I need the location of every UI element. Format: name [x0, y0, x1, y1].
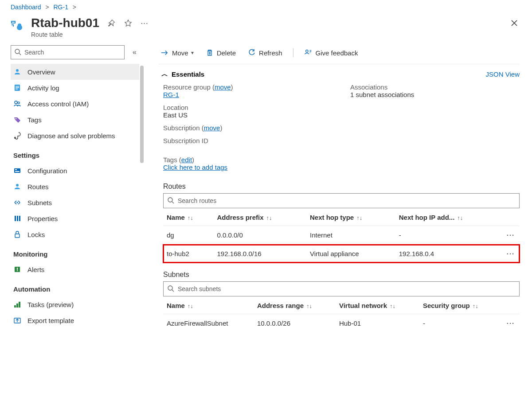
more-button[interactable]: ···: [140, 19, 149, 27]
favorite-button[interactable]: [123, 18, 133, 28]
refresh-icon: [248, 49, 255, 56]
sidebar-item-subnets[interactable]: Subnets: [11, 195, 139, 210]
sort-icon: ↑↓: [473, 303, 478, 309]
move-button[interactable]: Move ▾: [159, 48, 196, 58]
close-icon: [511, 19, 518, 27]
chevron-double-left-icon: «: [133, 48, 137, 56]
sidebar-item-label: Export template: [27, 317, 74, 324]
sidebar-item-label: Tasks (preview): [27, 301, 74, 308]
routes-col-header[interactable]: Next hop type↑↓: [306, 208, 395, 226]
sort-icon: ↑↓: [188, 214, 193, 221]
star-icon: [124, 19, 132, 27]
cell-range: 10.0.0.0/26: [254, 314, 336, 333]
subnets-col-header[interactable]: Address range↑↓: [254, 296, 336, 314]
svg-rect-23: [17, 268, 18, 270]
sidebar-item-overview[interactable]: Overview: [11, 64, 139, 80]
sidebar-item-access-control-iam-[interactable]: Access control (IAM): [11, 96, 139, 112]
sidebar-item-alerts[interactable]: Alerts: [11, 261, 139, 277]
alerts-icon: [13, 265, 21, 273]
search-icon: [167, 197, 174, 205]
subnets-col-header[interactable]: Name↑↓: [163, 296, 254, 314]
sidebar-item-locks[interactable]: Locks: [11, 226, 139, 242]
page-subtitle: Route table: [31, 31, 149, 38]
delete-button[interactable]: Delete: [204, 48, 238, 58]
sidebar-item-label: Tags: [27, 116, 42, 124]
page-header: Rtab-hub01 ··· Route table: [0, 12, 532, 43]
svg-rect-7: [16, 87, 19, 88]
sub-move-link[interactable]: move: [204, 124, 220, 132]
row-actions-button[interactable]: ···: [502, 245, 520, 263]
svg-rect-13: [14, 168, 20, 173]
sidebar-item-label: Diagnose and solve problems: [27, 132, 115, 140]
essentials-toggle[interactable]: ︿ Essentials: [159, 70, 207, 79]
routes-col-header[interactable]: Next hop IP add...↑↓: [395, 208, 502, 226]
svg-point-1: [18, 23, 21, 27]
routes-col-header[interactable]: Name↑↓: [163, 208, 213, 226]
table-row[interactable]: to-hub2192.168.0.0/16Virtual appliance19…: [163, 245, 520, 263]
sidebar-item-tags[interactable]: Tags: [11, 112, 139, 128]
sidebar-item-properties[interactable]: Properties: [11, 210, 139, 226]
tags-add-link[interactable]: Click here to add tags: [163, 164, 227, 171]
breadcrumb-separator: >: [70, 4, 79, 11]
search-icon: [167, 285, 174, 293]
ellipsis-icon: ···: [141, 20, 149, 27]
toolbar-separator: [293, 48, 293, 57]
svg-rect-6: [16, 86, 19, 87]
json-view-link[interactable]: JSON View: [486, 70, 520, 78]
svg-rect-25: [14, 305, 16, 308]
locks-icon: [13, 230, 21, 238]
svg-rect-24: [17, 270, 18, 271]
sidebar-search-input[interactable]: [11, 45, 125, 59]
resource-icon: [11, 19, 25, 33]
subnets-col-header[interactable]: Virtual network↑↓: [336, 296, 419, 314]
breadcrumb-item-dashboard[interactable]: Dashboard: [11, 4, 41, 11]
cell-hop_type: Internet: [306, 226, 395, 245]
svg-rect-27: [19, 302, 20, 308]
cell-name: dg: [163, 226, 213, 245]
routes-col-header[interactable]: Address prefix↑↓: [213, 208, 306, 226]
close-button[interactable]: [507, 16, 521, 32]
routes-title: Routes: [159, 175, 520, 193]
subnets-col-header[interactable]: Security group↑↓: [419, 296, 502, 314]
sidebar-collapse-button[interactable]: «: [130, 48, 139, 57]
table-row[interactable]: dg0.0.0.0/0Internet-···: [163, 226, 520, 245]
sidebar-scrollbar[interactable]: [138, 66, 145, 401]
svg-rect-18: [15, 216, 16, 221]
rg-move-link[interactable]: move: [215, 83, 231, 91]
sidebar-item-routes[interactable]: Routes: [11, 179, 139, 195]
sidebar-group-title: Settings: [11, 144, 139, 163]
svg-line-3: [19, 53, 21, 55]
chevron-up-icon: ︿: [161, 70, 168, 78]
svg-point-9: [15, 101, 17, 104]
sidebar-item-label: Overview: [27, 68, 55, 76]
sidebar-item-tasks-preview-[interactable]: Tasks (preview): [11, 296, 139, 312]
table-row[interactable]: AzureFirewallSubnet10.0.0.0/26Hub-01-···: [163, 314, 520, 333]
sidebar-item-diagnose-and-solve-problems[interactable]: Diagnose and solve problems: [11, 128, 139, 144]
essentials-assoc-label: Associations: [350, 83, 387, 91]
svg-point-17: [17, 202, 18, 203]
svg-point-31: [168, 198, 172, 202]
sidebar-item-activity-log[interactable]: Activity log: [11, 80, 139, 96]
cell-prefix: 192.168.0.0/16: [213, 245, 306, 263]
sort-icon: ↑↓: [457, 214, 463, 221]
refresh-button[interactable]: Refresh: [246, 48, 284, 58]
sidebar-item-configuration[interactable]: Configuration: [11, 163, 139, 179]
sidebar: « OverviewActivity logAccess control (IA…: [0, 43, 146, 401]
row-actions-button[interactable]: ···: [502, 226, 520, 245]
breadcrumb-item-rg[interactable]: RG-1: [53, 4, 68, 11]
sort-icon: ↑↓: [266, 214, 272, 221]
tasks-icon: [13, 300, 21, 308]
sidebar-item-export-template[interactable]: Export template: [11, 312, 139, 328]
tags-edit-link[interactable]: edit: [181, 156, 192, 164]
svg-point-11: [16, 118, 17, 120]
breadcrumb-separator: >: [43, 4, 51, 11]
row-actions-button[interactable]: ···: [502, 314, 520, 333]
sidebar-search: [11, 45, 125, 59]
routes-search-input[interactable]: [164, 194, 519, 208]
feedback-button[interactable]: Give feedback: [302, 48, 360, 58]
page-title: Rtab-hub01: [31, 16, 99, 30]
subnets-search-input[interactable]: [164, 282, 519, 296]
pin-button[interactable]: [106, 18, 116, 28]
rg-value-link[interactable]: RG-1: [163, 91, 179, 98]
svg-point-16: [16, 184, 19, 187]
